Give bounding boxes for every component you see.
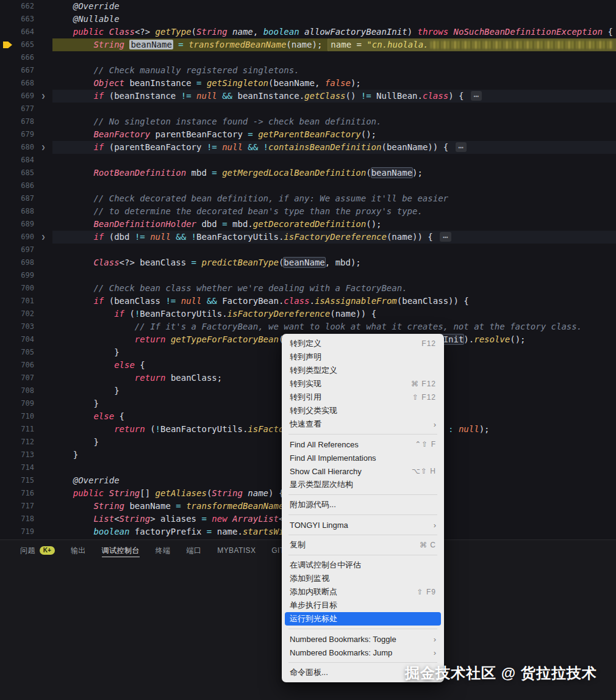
line-number[interactable]: 684 xyxy=(0,154,34,167)
line-number[interactable]: 663 xyxy=(0,13,34,26)
menu-item[interactable]: 在调试控制台中评估 xyxy=(285,558,441,572)
line-number[interactable]: 679 xyxy=(0,128,34,141)
menu-item[interactable]: 转到类型定义 xyxy=(285,364,441,377)
fold-chevron-icon[interactable]: ❯ xyxy=(34,141,52,154)
menu-item[interactable]: 转到声明 xyxy=(285,350,441,364)
code-line[interactable]: 679BeanFactory parentBeanFactory = getPa… xyxy=(0,128,616,141)
menu-item[interactable]: 复制⌘ C xyxy=(285,538,441,552)
line-number[interactable]: 709 xyxy=(0,397,34,410)
menu-item[interactable]: 添加内联断点⇧ F9 xyxy=(285,585,441,599)
line-number[interactable]: 706 xyxy=(0,359,34,372)
code-line[interactable]: 667// Check manually registered singleto… xyxy=(0,64,616,77)
line-number[interactable]: 698 xyxy=(0,256,34,269)
panel-tab-5[interactable]: MYBATISX xyxy=(217,540,256,561)
code-token: Class xyxy=(109,27,135,37)
code-line[interactable]: 703// If it's a FactoryBean, we want to … xyxy=(0,320,616,333)
line-number[interactable]: 666 xyxy=(0,51,34,64)
line-number[interactable]: 703 xyxy=(0,320,34,333)
menu-item[interactable]: 单步执行目标 xyxy=(285,599,441,612)
code-line[interactable]: 684 xyxy=(0,154,616,167)
line-number[interactable]: 686 xyxy=(0,179,34,192)
line-number[interactable]: 712 xyxy=(0,436,34,449)
code-token: List xyxy=(93,514,114,524)
fold-chevron-icon[interactable]: ❯ xyxy=(34,90,52,103)
line-number[interactable]: 677 xyxy=(0,103,34,115)
line-number[interactable]: 708 xyxy=(0,384,34,397)
code-line[interactable]: 686 xyxy=(0,179,616,192)
line-number[interactable]: 718 xyxy=(0,513,34,525)
menu-item[interactable]: 显示类型层次结构 xyxy=(285,478,441,491)
menu-item[interactable]: TONGYI Lingma› xyxy=(285,518,441,532)
line-number[interactable]: 707 xyxy=(0,372,34,384)
line-number[interactable]: 667 xyxy=(0,64,34,77)
menu-item[interactable]: 转到引用⇧ F12 xyxy=(285,391,441,404)
line-number[interactable]: 689 xyxy=(0,218,34,231)
code-line[interactable]: 690❯if (dbd != null && !BeanFactoryUtils… xyxy=(0,231,616,244)
code-line[interactable]: 700// Check bean class whether we're dea… xyxy=(0,282,616,295)
line-number[interactable]: 668 xyxy=(0,77,34,90)
code-line[interactable]: 678// No singleton instance found -> che… xyxy=(0,115,616,128)
line-number[interactable]: 697 xyxy=(0,244,34,256)
code-line[interactable]: 677 xyxy=(0,103,616,115)
line-number[interactable]: 716 xyxy=(0,487,34,500)
code-line[interactable]: 698Class<?> beanClass = predictBeanType(… xyxy=(0,256,616,269)
line-number[interactable]: 705 xyxy=(0,346,34,359)
line-number[interactable]: 699 xyxy=(0,269,34,282)
panel-tab-2[interactable]: 调试控制台 xyxy=(102,540,140,561)
code-line[interactable]: 688// to determine the decorated bean's … xyxy=(0,205,616,218)
line-number[interactable]: 688 xyxy=(0,205,34,218)
panel-tab-0[interactable]: 问题K+ xyxy=(20,540,55,561)
line-number[interactable]: 678 xyxy=(0,115,34,128)
menu-item[interactable]: 快速查看› xyxy=(285,417,441,431)
menu-item[interactable]: 运行到光标处 xyxy=(285,612,441,626)
line-number[interactable]: 680 xyxy=(0,141,34,154)
code-line[interactable]: 701if (beanClass != null && FactoryBean.… xyxy=(0,295,616,308)
line-number[interactable]: 711 xyxy=(0,423,34,436)
menu-item[interactable]: Show Call Hierarchy⌥⇧ H xyxy=(285,464,441,478)
menu-item[interactable]: 附加源代码... xyxy=(285,498,441,511)
panel-tab-3[interactable]: 终端 xyxy=(156,540,171,561)
line-number[interactable]: 669 xyxy=(0,90,34,103)
line-number[interactable]: 685 xyxy=(0,167,34,179)
code-line[interactable]: 680❯if (parentBeanFactory != null && !co… xyxy=(0,141,616,154)
code-line[interactable]: 687// Check decorated bean definition, i… xyxy=(0,192,616,205)
menu-item[interactable]: Find All References⌃⇧ F xyxy=(285,438,441,451)
line-number[interactable]: 662 xyxy=(0,0,34,13)
menu-item[interactable]: 转到定义F12 xyxy=(285,337,441,350)
panel-tab-4[interactable]: 端口 xyxy=(187,540,202,561)
line-number[interactable]: 714 xyxy=(0,461,34,474)
menu-item[interactable]: Find All Implementations xyxy=(285,451,441,464)
line-number[interactable]: 713 xyxy=(0,449,34,461)
fold-chevron-icon[interactable]: ❯ xyxy=(34,231,52,244)
line-number[interactable]: 701 xyxy=(0,295,34,308)
line-number[interactable]: 702 xyxy=(0,308,34,320)
line-number[interactable]: 717 xyxy=(0,500,34,513)
code-line[interactable]: 663@Nullable xyxy=(0,13,616,26)
code-line[interactable]: 685RootBeanDefinition mbd = getMergedLoc… xyxy=(0,167,616,179)
panel-tab-1[interactable]: 输出 xyxy=(71,540,86,561)
code-line[interactable]: 702if (!BeanFactoryUtils.isFactoryDerefe… xyxy=(0,308,616,320)
line-number[interactable]: 715 xyxy=(0,474,34,487)
code-line[interactable]: 665String beanName = transformedBeanName… xyxy=(0,38,616,51)
menu-item[interactable]: Numbered Bookmarks: Toggle› xyxy=(285,632,441,646)
code-line[interactable]: 697 xyxy=(0,244,616,256)
line-number[interactable]: 664 xyxy=(0,26,34,38)
line-number[interactable]: 687 xyxy=(0,192,34,205)
code-line[interactable]: 699 xyxy=(0,269,616,282)
code-line[interactable]: 689BeanDefinitionHolder dbd = mbd.getDec… xyxy=(0,218,616,231)
line-number[interactable]: 700 xyxy=(0,282,34,295)
code-line[interactable]: 664public Class<?> getType(String name, … xyxy=(0,26,616,38)
menu-item[interactable]: Numbered Bookmarks: Jump› xyxy=(285,646,441,659)
code-line[interactable]: 669❯if (beanInstance != null && beanInst… xyxy=(0,90,616,103)
menu-item[interactable]: 转到实现⌘ F12 xyxy=(285,377,441,391)
line-number[interactable]: 704 xyxy=(0,333,34,346)
line-number[interactable]: 690 xyxy=(0,231,34,244)
line-number[interactable]: 719 xyxy=(0,525,34,538)
code-line[interactable]: 668Object beanInstance = getSingleton(be… xyxy=(0,77,616,90)
code-line[interactable]: 662@Override xyxy=(0,0,616,13)
context-menu: 转到定义F12转到声明转到类型定义转到实现⌘ F12转到引用⇧ F12转到父类实… xyxy=(282,334,444,682)
menu-item[interactable]: 转到父类实现 xyxy=(285,404,441,417)
line-number[interactable]: 710 xyxy=(0,410,34,423)
menu-item[interactable]: 添加到监视 xyxy=(285,572,441,585)
code-line[interactable]: 666 xyxy=(0,51,616,64)
